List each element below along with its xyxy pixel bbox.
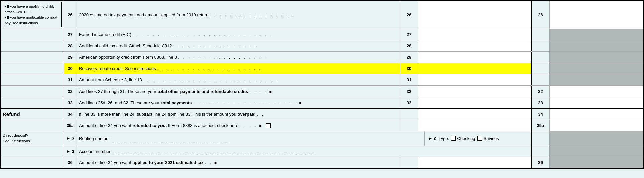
row-32: 32 Add lines 27 through 31. These are yo… (1, 86, 643, 97)
savings-checkbox[interactable] (477, 136, 482, 141)
row-29: 29 American opportunity credit from Form… (1, 52, 643, 63)
right-input-28 (550, 40, 643, 51)
input-31 (418, 74, 532, 85)
right-num-35d (532, 146, 550, 157)
row-28: 28 Additional child tax credit. Attach S… (1, 40, 643, 52)
right-num-33: 33 (532, 97, 550, 108)
type-section: ► c Type: Checking Savings (425, 131, 532, 146)
right-input-27 (550, 29, 643, 40)
account-desc: Account number (76, 146, 532, 157)
input-29 (418, 52, 532, 63)
right-input-35b (550, 131, 643, 146)
line-num-29: 29 (64, 52, 76, 63)
right-num-32: 32 (532, 86, 550, 97)
right-input-30 (550, 63, 643, 74)
left-note-35d (1, 146, 64, 157)
row-27: 27 Earned income credit (EIC) . . . . . … (1, 29, 643, 40)
right-input-33 (550, 97, 643, 108)
right-num-30 (532, 63, 550, 74)
row-26: • If you have a qualifying child, attach… (1, 0, 643, 29)
mid-box-29: 29 (400, 52, 418, 63)
line-desc-32: Add lines 27 through 31. These are your … (76, 86, 400, 97)
input-26 (418, 1, 532, 29)
row-35a: 35a Amount of line 34 you want refunded … (1, 120, 643, 131)
line-desc-28: Additional child tax credit. Attach Sche… (76, 40, 400, 51)
line-desc-35a: Amount of line 34 you want refunded to y… (76, 120, 400, 131)
mid-box-36 (400, 157, 418, 168)
line-desc-26: 2020 estimated tax payments and amount a… (76, 1, 400, 29)
row-35d: ► d Account number (1, 146, 643, 157)
right-num-35a: 35a (532, 120, 550, 131)
line-desc-29: American opportunity credit from Form 88… (76, 52, 400, 63)
checking-checkbox[interactable] (451, 136, 456, 141)
mid-box-33: 33 (400, 97, 418, 108)
right-num-29 (532, 52, 550, 63)
row-34: Refund 34 If line 33 is more than line 2… (1, 109, 643, 120)
line-desc-30: Recovery rebate credit. See instructions… (76, 63, 400, 74)
left-note-32 (1, 86, 64, 97)
refund-label: Refund (1, 109, 64, 120)
input-35a (418, 120, 532, 131)
left-note-35a (1, 120, 64, 131)
line-num-35d: ► d (64, 146, 76, 157)
input-36 (418, 157, 532, 168)
row-30: 30 Recovery rebate credit. See instructi… (1, 63, 643, 74)
line-desc-34: If line 33 is more than line 24, subtrac… (76, 109, 400, 120)
line-num-32: 32 (64, 86, 76, 97)
main-grid: • If you have a qualifying child, attach… (0, 0, 644, 169)
right-input-35d (550, 146, 643, 157)
mid-box-28: 28 (400, 40, 418, 51)
mid-box-34 (400, 109, 418, 120)
savings-checkbox-item: Savings (477, 136, 499, 141)
savings-label: Savings (484, 136, 499, 141)
line-num-35a: 35a (64, 120, 76, 131)
direct-deposit-label: Direct deposit? See instructions. (1, 131, 64, 146)
input-33 (418, 97, 532, 108)
right-input-36 (550, 157, 643, 168)
input-28 (418, 40, 532, 51)
form-container: • If you have a qualifying child, attach… (0, 0, 644, 178)
line-desc-33: Add lines 25d, 26, and 32. These are you… (76, 97, 400, 108)
line-num-35b: ► b (64, 131, 76, 146)
right-input-31 (550, 74, 643, 85)
left-note-27 (1, 29, 64, 40)
row-31: 31 Amount from Schedule 3, line 13 . . .… (1, 74, 643, 86)
right-num-31 (532, 74, 550, 85)
mid-box-30: 30 (400, 63, 418, 74)
left-note-33 (1, 97, 64, 108)
checking-label: Checking (457, 136, 475, 141)
left-note-qualifying: • If you have a qualifying child, attach… (1, 1, 64, 29)
row-35bc: Direct deposit? See instructions. ► b Ro… (1, 131, 643, 146)
left-note-29 (1, 52, 64, 63)
account-number-input[interactable] (113, 148, 314, 155)
line-num-34: 34 (64, 109, 76, 120)
right-input-26 (550, 1, 643, 29)
right-input-34 (550, 109, 643, 120)
routing-number-input[interactable] (113, 135, 230, 142)
mid-box-31: 31 (400, 74, 418, 85)
form-8888-checkbox[interactable] (266, 123, 271, 128)
input-27 (418, 29, 532, 40)
line-num-27: 27 (64, 29, 76, 40)
mid-box-32: 32 (400, 86, 418, 97)
line-desc-27: Earned income credit (EIC) . . . . . . .… (76, 29, 400, 40)
row-36: 36 Amount of line 34 you want applied to… (1, 157, 643, 169)
right-input-32 (550, 86, 643, 97)
right-input-29 (550, 52, 643, 63)
left-note-36 (1, 157, 64, 168)
line-num-33: 33 (64, 97, 76, 108)
qualifying-child-note: • If you have a qualifying child, attach… (5, 4, 54, 14)
line-num-36: 36 (64, 157, 76, 168)
right-num-26: 26 (532, 1, 550, 29)
left-note-30 (1, 63, 64, 74)
input-34 (418, 109, 532, 120)
checking-checkbox-item: Checking (451, 136, 475, 141)
routing-desc: Routing number (76, 131, 425, 146)
right-input-35a (550, 120, 643, 131)
line-desc-36: Amount of line 34 you want applied to yo… (76, 157, 400, 168)
right-num-28 (532, 40, 550, 51)
right-num-36: 36 (532, 157, 550, 168)
row-33: 33 Add lines 25d, 26, and 32. These are … (1, 97, 643, 109)
left-note-28 (1, 40, 64, 51)
mid-box-35a (400, 120, 418, 131)
